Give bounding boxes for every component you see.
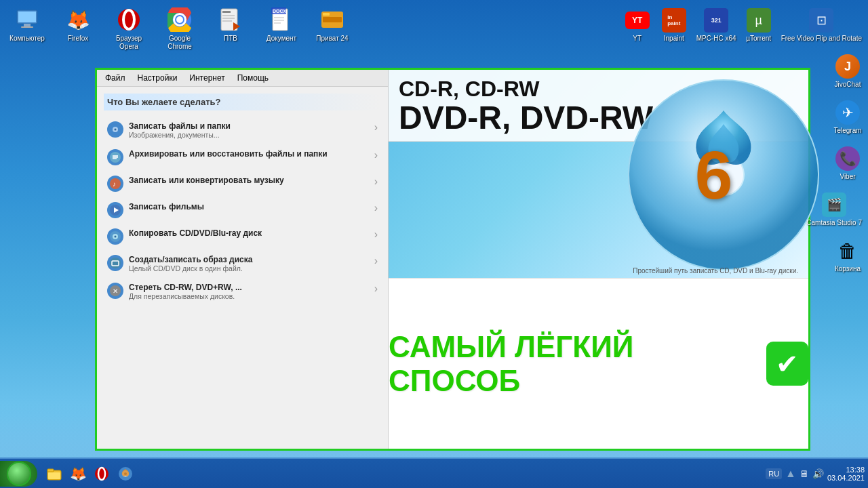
utorrent-label: µTorrent	[746, 35, 771, 43]
desktop-icon-document[interactable]: DOCX Документ	[258, 3, 305, 54]
wizard-item-2[interactable]: ♪ Записать или конвертировать музыку ›	[104, 171, 381, 196]
document-label: Документ	[267, 35, 296, 43]
telegram-label: Telegram	[833, 127, 861, 135]
wizard-arrow-0: ›	[374, 121, 378, 134]
opera-label: Браузер Opera	[108, 35, 150, 51]
svg-rect-20	[274, 20, 284, 21]
wizard-icon-4	[107, 228, 123, 245]
desktop-icon-viber[interactable]: 📞 Viber	[831, 142, 865, 184]
desktop-icon-chrome[interactable]: Google Chrome	[156, 3, 203, 54]
desktop-icon-trash[interactable]: 🗑 Корзина	[831, 234, 865, 276]
menu-internet[interactable]: Интернет	[186, 72, 227, 84]
flip-icon: ⊡	[807, 6, 835, 35]
ptv-label: ПТВ	[224, 35, 237, 43]
svg-rect-45	[48, 472, 60, 479]
app-window: Файл Настройки Интернет Помощь Что Вы же…	[97, 70, 389, 449]
wizard-item-0[interactable]: Записать файлы и папки Изображения, доку…	[104, 117, 381, 143]
wizard-item-1[interactable]: Архивировать или восстановить файлы и па…	[104, 145, 381, 169]
svg-rect-21	[274, 22, 281, 24]
clock-date: 03.04.2021	[827, 474, 865, 482]
firefox-icon: 🦊	[64, 6, 92, 33]
jivochat-label: JivoChat	[835, 81, 861, 89]
tray-volume: 🔊	[812, 468, 824, 479]
svg-point-9	[176, 16, 183, 23]
clock: 13:38 03.04.2021	[827, 466, 865, 482]
camtasia-label: Camtasia Studio 7	[806, 219, 862, 227]
chrome-label: Google Chrome	[159, 35, 201, 51]
wizard-icon-5	[107, 255, 123, 271]
taskbar-icon-burner[interactable]	[115, 464, 136, 484]
wizard-arrow-6: ›	[374, 283, 378, 295]
svg-rect-12	[222, 15, 235, 16]
telegram-icon: ✈	[833, 98, 862, 127]
desktop-icon-yt[interactable]: YT YT	[620, 3, 654, 45]
taskbar-icon-firefox[interactable]: 🦊	[68, 464, 88, 484]
desktop-icon-flip[interactable]: ⊡ Free Video Flip and Rotate	[778, 3, 865, 45]
wizard-icon-3	[107, 202, 123, 218]
clock-time: 13:38	[846, 466, 865, 474]
svg-text:✕: ✕	[113, 287, 118, 295]
wizard-text-4: Копировать CD/DVD/Blu-ray диск	[129, 228, 262, 238]
wizard-title: Что Вы желаете сделать?	[104, 94, 381, 110]
jivochat-icon: J	[833, 52, 862, 81]
svg-rect-44	[47, 469, 54, 472]
wizard-item-5[interactable]: Создать/записать образ диска Целый CD/DV…	[104, 251, 381, 277]
svg-text:DOCX: DOCX	[273, 9, 287, 14]
opera-icon	[115, 6, 142, 33]
svg-point-4	[118, 9, 140, 30]
bottom-text: САМЫЙ ЛЁГКИЙ СПОСОБ	[389, 330, 756, 398]
desktop-icon-telegram[interactable]: ✈ Telegram	[831, 96, 865, 138]
tray-spacer: ▲	[785, 468, 796, 480]
tray-lang: RU	[766, 468, 782, 479]
desktop-icon-utorrent[interactable]: µ µTorrent	[742, 3, 776, 45]
desktop-icon-ptv[interactable]: ПТВ	[207, 3, 254, 54]
yt-label: YT	[633, 35, 642, 43]
system-tray: RU ▲ 🖥 🔊 13:38 03.04.2021	[766, 466, 868, 482]
wizard-text-1: Архивировать или восстановить файлы и па…	[129, 149, 328, 159]
chrome-icon	[166, 6, 193, 33]
wizard-text-0: Записать файлы и папки Изображения, доку…	[129, 121, 231, 139]
viber-label: Viber	[840, 173, 855, 181]
svg-point-46	[95, 467, 108, 481]
desktop-icon-firefox[interactable]: 🦊 Firefox	[54, 3, 102, 54]
desktop-icon-mpc[interactable]: 321 MPC-HC x64	[694, 3, 739, 45]
firefox-label: Firefox	[68, 35, 89, 43]
wizard-item-4[interactable]: Копировать CD/DVD/Blu-ray диск ›	[104, 224, 381, 249]
taskbar-icon-explorer[interactable]	[44, 464, 64, 484]
desktop-icon-opera[interactable]: Браузер Opera	[105, 3, 153, 54]
svg-text:♪: ♪	[113, 180, 116, 188]
checkmark-badge: ✔	[766, 342, 808, 386]
wizard-text-3: Записать фильмы	[129, 202, 204, 211]
wizard-icon-2: ♪	[107, 176, 123, 192]
taskbar-icon-opera[interactable]	[92, 464, 112, 484]
privat24-icon	[319, 6, 346, 33]
ptv-icon	[217, 6, 244, 33]
flip-label: Free Video Flip and Rotate	[781, 35, 862, 43]
desktop-icon-computer[interactable]: Компьютер	[3, 3, 51, 54]
wizard-arrow-3: ›	[374, 202, 378, 214]
inpaint-icon: Inpaint	[660, 6, 688, 35]
menu-settings[interactable]: Настройки	[135, 72, 180, 84]
yt-icon: YT	[623, 6, 652, 35]
wizard-text-5: Создать/записать образ диска Целый CD/DV…	[129, 255, 252, 272]
menu-help[interactable]: Помощь	[235, 72, 271, 84]
wizard-text-2: Записать или конвертировать музыку	[129, 176, 284, 185]
desktop-icon-camtasia[interactable]: 🎬 Camtasia Studio 7	[804, 188, 865, 230]
desktop-icon-inpaint[interactable]: Inpaint Inpaint	[657, 3, 691, 45]
wizard-item-6[interactable]: ✕ Стереть CD-RW, DVD+RW, ... Для перезап…	[104, 279, 381, 304]
camtasia-icon: 🎬	[820, 190, 848, 219]
wizard-arrow-5: ›	[374, 255, 378, 267]
wizard-item-3[interactable]: Записать фильмы ›	[104, 198, 381, 222]
svg-rect-2	[24, 24, 31, 26]
trash-icon: 🗑	[833, 237, 862, 265]
desktop-icon-privat24[interactable]: Приват 24	[309, 3, 356, 54]
svg-point-27	[115, 129, 117, 131]
inpaint-label: Inpaint	[664, 35, 684, 43]
computer-label: Компьютер	[9, 35, 45, 43]
start-button[interactable]	[0, 461, 37, 487]
taskbar: 🦊 RU ▲ 🖥 🔊 13:38 03.04.2021	[0, 458, 868, 488]
desktop-icon-jivochat[interactable]: J JivoChat	[831, 49, 865, 92]
menu-file[interactable]: Файл	[102, 72, 128, 84]
wizard-icon-0	[107, 121, 123, 138]
svg-rect-14	[222, 20, 232, 22]
